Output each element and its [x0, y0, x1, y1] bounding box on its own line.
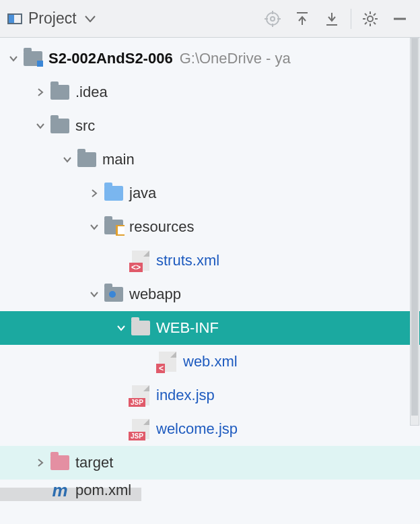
resources-folder-icon: [102, 220, 125, 234]
welcomejsp-label: welcome.jsp: [156, 420, 238, 438]
chevron-down-icon[interactable]: [86, 290, 102, 299]
chevron-down-icon[interactable]: [32, 121, 48, 131]
svg-line-18: [374, 13, 376, 15]
tree-row-welcomejsp[interactable]: welcome.jsp: [0, 412, 420, 446]
root-name-label: S2-002AndS2-006: [48, 50, 173, 67]
chevron-down-icon[interactable]: [113, 323, 129, 333]
project-title[interactable]: Project: [28, 9, 77, 28]
chevron-right-icon[interactable]: [32, 458, 48, 467]
tree-row-webapp[interactable]: webapp: [0, 277, 420, 311]
maven-file-icon: m: [48, 480, 71, 501]
tree-row-java[interactable]: java: [0, 176, 420, 210]
project-tree: S2-002AndS2-006 G:\OneDrive - ya .idea s…: [0, 38, 420, 501]
expand-all-icon[interactable]: [287, 4, 317, 34]
settings-gear-icon[interactable]: [355, 4, 385, 34]
indexjsp-label: index.jsp: [156, 387, 215, 404]
tree-row-struts[interactable]: struts.xml: [0, 244, 420, 277]
toolbar-divider: [351, 9, 351, 29]
tree-row-webinf[interactable]: WEB-INF: [0, 311, 420, 345]
svg-point-10: [368, 16, 373, 22]
vertical-scrollbar[interactable]: [410, 38, 419, 426]
src-label: src: [75, 117, 95, 135]
tree-row-resources[interactable]: resources: [0, 210, 420, 244]
tree-row-webxml[interactable]: web.xml: [0, 345, 420, 379]
svg-line-15: [365, 13, 367, 15]
folder-icon: [75, 152, 98, 167]
tree-row-src[interactable]: src: [0, 109, 420, 143]
resources-label: resources: [129, 218, 195, 236]
chevron-down-icon[interactable]: [59, 155, 75, 164]
hide-panel-icon[interactable]: [385, 4, 415, 34]
folder-icon: [48, 119, 71, 133]
tree-row-pom[interactable]: m pom.xml: [0, 480, 420, 501]
target-label: target: [75, 454, 113, 471]
jsp-file-icon: [129, 419, 152, 439]
chevron-down-icon[interactable]: [86, 222, 102, 232]
select-opened-file-icon[interactable]: [258, 4, 287, 34]
view-mode-chevron-icon[interactable]: [85, 15, 96, 22]
xml-file-icon: [129, 251, 152, 271]
collapse-all-icon[interactable]: [317, 4, 347, 34]
chevron-right-icon[interactable]: [32, 88, 48, 97]
webinf-label: WEB-INF: [156, 319, 219, 337]
project-pane-icon: [5, 12, 24, 26]
jsp-file-icon: [129, 385, 152, 405]
root-path-label: G:\OneDrive - ya: [180, 50, 291, 67]
struts-label: struts.xml: [156, 252, 219, 269]
chevron-down-icon[interactable]: [5, 54, 22, 63]
excluded-folder-icon: [48, 455, 71, 470]
folder-icon: [129, 321, 152, 335]
webapp-folder-icon: [102, 287, 125, 302]
main-label: main: [102, 151, 135, 168]
webxml-label: web.xml: [183, 353, 238, 370]
tree-row-target[interactable]: target: [0, 446, 420, 480]
tree-row-main[interactable]: main: [0, 143, 420, 176]
chevron-right-icon[interactable]: [86, 189, 102, 198]
source-folder-icon: [102, 186, 125, 201]
svg-line-17: [365, 22, 367, 24]
svg-point-0: [267, 13, 279, 25]
scrollbar-thumb[interactable]: [411, 38, 418, 416]
java-label: java: [129, 185, 156, 202]
project-toolbar: Project: [0, 0, 420, 38]
pom-label: pom.xml: [75, 482, 131, 499]
tree-row-root[interactable]: S2-002AndS2-006 G:\OneDrive - ya: [0, 42, 420, 75]
web-xml-file-icon: [156, 352, 179, 372]
tree-row-idea[interactable]: .idea: [0, 75, 420, 109]
idea-label: .idea: [75, 84, 108, 101]
svg-point-1: [271, 17, 275, 21]
module-folder-icon: [22, 51, 44, 66]
webapp-label: webapp: [129, 286, 181, 303]
folder-icon: [48, 85, 71, 100]
tree-row-indexjsp[interactable]: index.jsp: [0, 379, 420, 412]
svg-line-16: [374, 22, 376, 24]
